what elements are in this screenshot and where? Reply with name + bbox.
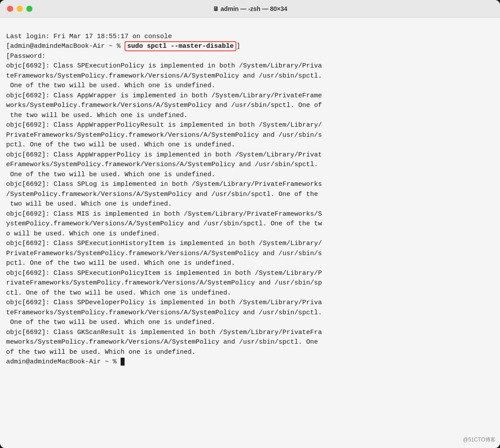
close-button[interactable]	[7, 6, 13, 12]
terminal-body[interactable]: Last login: Fri Mar 17 18:55:17 on conso…	[0, 18, 500, 448]
window-title-icon: 🖥	[213, 5, 221, 12]
traffic-lights	[7, 6, 32, 12]
watermark: @51CTO博客	[463, 436, 496, 444]
maximize-button[interactable]	[26, 6, 32, 12]
output-line-2: objc[6692]: Class AppWrapper is implemen…	[6, 92, 322, 119]
output-line-9: objc[6692]: Class SPDeveloperPolicy is i…	[6, 299, 322, 326]
terminal-window: 🖥 admin — -zsh — 80×34 Last login: Fri M…	[0, 0, 500, 448]
output-line-1: objc[6692]: Class SPExecutionPolicy is i…	[6, 62, 322, 89]
login-line: Last login: Fri Mar 17 18:55:17 on conso…	[6, 33, 172, 40]
password-line: [Password:	[6, 53, 46, 60]
prompt-line: [admin@admindeMacBook-Air ~ % sudo spctl…	[6, 41, 240, 51]
output-line-4: objc[6692]: Class AppWrapperPolicy is im…	[6, 151, 322, 178]
minimize-button[interactable]	[17, 6, 23, 12]
output-line-8: objc[6692]: Class SPExecutionPolicyItem …	[6, 270, 322, 297]
output-line-6: objc[6692]: Class MIS is implemented in …	[6, 210, 322, 238]
final-prompt: admin@admindeMacBook-Air ~ %	[6, 358, 125, 366]
cursor	[121, 358, 125, 366]
output-line-5: objc[6692]: Class SPLog is implemented i…	[6, 181, 322, 208]
output-line-7: objc[6692]: Class SPExecutionHistoryItem…	[6, 240, 322, 267]
output-line-3: objc[6692]: Class AppWrapperPolicyResult…	[6, 121, 322, 149]
window-title: 🖥 admin — -zsh — 80×34	[213, 5, 287, 12]
title-bar: 🖥 admin — -zsh — 80×34	[0, 0, 500, 18]
command-text: sudo spctl --master-disable	[125, 41, 236, 51]
output-line-10: objc[6692]: Class GKScanResult is implem…	[6, 329, 322, 356]
